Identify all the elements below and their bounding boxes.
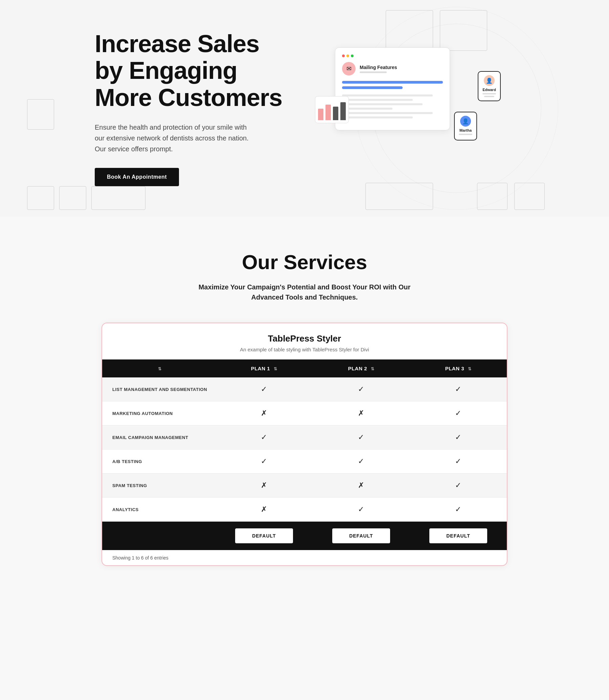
hero-mockup: ✉ Mailing Features <box>315 37 504 180</box>
hero-content: Increase Sales by Engaging More Customer… <box>68 14 541 203</box>
mockup-bar-short <box>342 86 403 89</box>
footer-plan3: DEFAULT <box>410 522 507 550</box>
table-header-row: ⇅ PLAN 1 ⇅ PLAN 2 ⇅ PLAN 3 ⇅ <box>102 359 507 377</box>
sort-icon-feature: ⇅ <box>158 366 162 371</box>
plan2-cell: ✗ <box>313 402 410 426</box>
plan3-cell: ✓ <box>410 426 507 449</box>
check-icon: ✓ <box>455 409 461 417</box>
email-icon: ✉ <box>342 62 355 75</box>
check-icon: ✓ <box>261 385 267 393</box>
chart-bar-4 <box>341 102 346 120</box>
plan3-cell: ✓ <box>410 377 507 402</box>
hero-section: Increase Sales by Engaging More Customer… <box>0 0 609 217</box>
plan1-cell: ✗ <box>215 498 313 522</box>
tablepress-container: TablePress Styler An example of table st… <box>102 323 507 566</box>
chart-bar-3 <box>333 107 338 120</box>
tablepress-footer-text: Showing 1 to 6 of 6 entries <box>102 550 507 565</box>
sort-icon-plan1: ⇅ <box>274 366 277 371</box>
user-card-edward: 👤 Edward <box>478 71 501 101</box>
tablepress-title: TablePress Styler <box>116 334 493 344</box>
cross-icon: ✗ <box>358 409 364 417</box>
hero-description: Ensure the health and protection of your… <box>95 122 257 154</box>
sort-icon-plan3: ⇅ <box>468 366 472 371</box>
plan2-cell: ✗ <box>313 474 410 498</box>
avatar-martha: 👤 <box>460 116 471 126</box>
check-icon: ✓ <box>455 481 461 490</box>
table-row: EMAIL CAMPAIGN MANAGEMENT✓✓✓ <box>102 426 507 449</box>
book-appointment-button[interactable]: Book An Appointment <box>95 168 179 186</box>
mockup-main-card: ✉ Mailing Features <box>335 47 450 130</box>
footer-plan2: DEFAULT <box>313 522 410 550</box>
check-icon: ✓ <box>455 433 461 441</box>
chart-bar-1 <box>318 109 324 120</box>
check-icon: ✓ <box>358 457 364 465</box>
services-title: Our Services <box>27 251 582 274</box>
col-header-feature[interactable]: ⇅ <box>102 359 215 377</box>
dot-red <box>342 54 345 57</box>
table-row: MARKETING AUTOMATION✗✗✓ <box>102 402 507 426</box>
chart-bar-2 <box>326 105 331 120</box>
plan-table: ⇅ PLAN 1 ⇅ PLAN 2 ⇅ PLAN 3 ⇅ LIST MANAGE… <box>102 359 507 550</box>
plan3-cell: ✓ <box>410 498 507 522</box>
deco-box-bl1 <box>27 186 54 210</box>
mockup-bar-full <box>342 81 443 84</box>
check-icon: ✓ <box>455 505 461 513</box>
dot-green <box>351 54 353 57</box>
mockup-line-4 <box>342 108 393 110</box>
plan3-default-button[interactable]: DEFAULT <box>429 528 487 543</box>
col-header-plan1[interactable]: PLAN 1 ⇅ <box>215 359 313 377</box>
user-card-martha: 👤 Martha <box>454 112 477 140</box>
mockup-lines <box>342 95 443 118</box>
mockup-dots <box>342 54 443 57</box>
deco-box-ml <box>27 99 54 130</box>
plan1-cell: ✓ <box>215 377 313 402</box>
table-row: ANALYTICS✗✓✓ <box>102 498 507 522</box>
avatar-edward: 👤 <box>484 75 495 86</box>
services-section: Our Services Maximize Your Campaign's Po… <box>0 217 609 593</box>
dot-yellow <box>346 54 349 57</box>
mockup-line-3 <box>342 103 422 105</box>
col-header-plan2[interactable]: PLAN 2 ⇅ <box>313 359 410 377</box>
plan1-cell: ✓ <box>215 426 313 449</box>
feature-cell: MARKETING AUTOMATION <box>102 402 215 426</box>
footer-plan1: DEFAULT <box>215 522 313 550</box>
check-icon: ✓ <box>358 385 364 393</box>
table-footer-row: DEFAULT DEFAULT DEFAULT <box>102 522 507 550</box>
mockup-chart <box>315 96 349 123</box>
plan2-cell: ✓ <box>313 498 410 522</box>
check-icon: ✓ <box>358 433 364 441</box>
feature-cell: A/B TESTING <box>102 449 215 474</box>
feature-cell: SPAM TESTING <box>102 474 215 498</box>
plan2-cell: ✓ <box>313 449 410 474</box>
mockup-line-5 <box>342 112 433 114</box>
feature-cell: LIST MANAGEMENT AND SEGMENTATION <box>102 377 215 402</box>
sort-icon-plan2: ⇅ <box>371 366 375 371</box>
col-header-plan3[interactable]: PLAN 3 ⇅ <box>410 359 507 377</box>
footer-empty <box>102 522 215 550</box>
user-name-martha: Martha <box>459 128 472 132</box>
plan2-default-button[interactable]: DEFAULT <box>332 528 390 543</box>
services-subtitle: Maximize Your Campaign's Potential and B… <box>186 282 423 302</box>
tablepress-header: TablePress Styler An example of table st… <box>102 323 507 359</box>
plan1-default-button[interactable]: DEFAULT <box>235 528 293 543</box>
mockup-line-6 <box>342 117 413 118</box>
check-icon: ✓ <box>261 457 267 465</box>
mockup-header-row: ✉ Mailing Features <box>342 62 443 75</box>
table-row: A/B TESTING✓✓✓ <box>102 449 507 474</box>
feature-cell: EMAIL CAMPAIGN MANAGEMENT <box>102 426 215 449</box>
cross-icon: ✗ <box>261 505 267 513</box>
check-icon: ✓ <box>455 457 461 465</box>
cross-icon: ✗ <box>358 481 364 490</box>
mockup-feature-label: Mailing Features <box>360 65 397 70</box>
check-icon: ✓ <box>261 433 267 441</box>
mockup-line-1 <box>342 95 433 97</box>
cross-icon: ✗ <box>261 481 267 490</box>
hero-title: Increase Sales by Engaging More Customer… <box>95 31 304 111</box>
check-icon: ✓ <box>455 385 461 393</box>
plan3-cell: ✓ <box>410 402 507 426</box>
user-name-edward: Edward <box>483 88 496 92</box>
plan2-cell: ✓ <box>313 377 410 402</box>
plan1-cell: ✗ <box>215 402 313 426</box>
plan1-cell: ✓ <box>215 449 313 474</box>
table-row: LIST MANAGEMENT AND SEGMENTATION✓✓✓ <box>102 377 507 402</box>
